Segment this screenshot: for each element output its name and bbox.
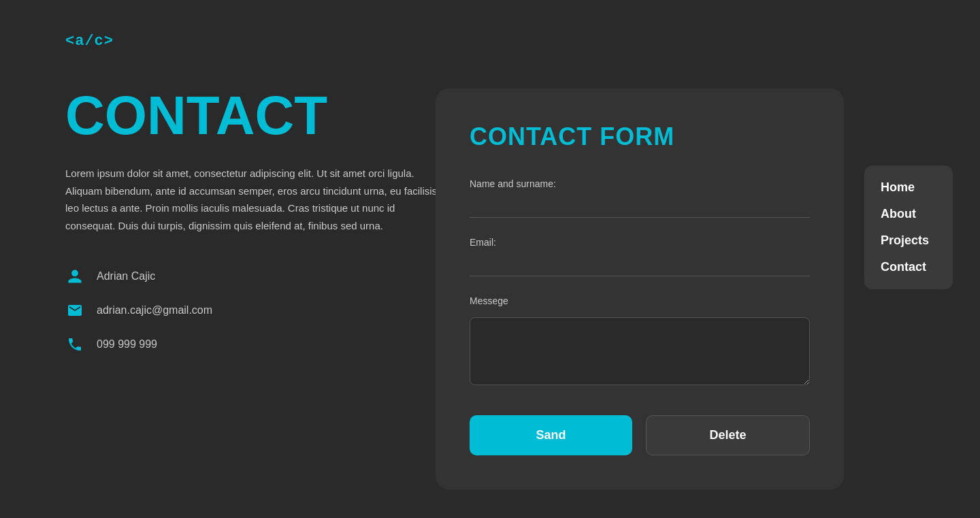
form-title: CONTACT FORM (470, 123, 810, 151)
contact-name-text: Adrian Cajic (97, 270, 155, 282)
name-field-group: Name and surname: (470, 178, 810, 218)
contact-info: Adrian Cajic adrian.cajic@gmail.com 099 … (65, 267, 446, 354)
email-input[interactable] (470, 253, 810, 276)
logo: <a/c> (65, 33, 114, 50)
send-button[interactable]: Sand (470, 415, 632, 455)
contact-email-text: adrian.cajic@gmail.com (97, 304, 212, 317)
form-buttons: Sand Delete (470, 415, 810, 455)
message-field-group: Messege (470, 295, 810, 388)
message-label: Messege (470, 295, 810, 306)
message-textarea[interactable] (470, 317, 810, 385)
nav-item-about[interactable]: About (881, 204, 936, 224)
person-icon (65, 267, 84, 286)
description-text: Lorem ipsum dolor sit amet, consectetur … (65, 165, 446, 234)
nav-item-contact[interactable]: Contact (881, 257, 936, 277)
delete-button[interactable]: Delete (646, 415, 810, 455)
page-title: CONTACT (65, 88, 446, 143)
contact-item-phone: 099 999 999 (65, 335, 446, 354)
nav-menu: Home About Projects Contact (864, 165, 953, 289)
contact-item-email: adrian.cajic@gmail.com (65, 301, 446, 320)
email-field-group: Email: (470, 237, 810, 276)
contact-phone-text: 099 999 999 (97, 338, 157, 351)
name-label: Name and surname: (470, 178, 810, 189)
email-icon (65, 301, 84, 320)
form-card: CONTACT FORM Name and surname: Email: Me… (436, 88, 844, 489)
nav-item-home[interactable]: Home (881, 178, 936, 197)
contact-item-name: Adrian Cajic (65, 267, 446, 286)
nav-item-projects[interactable]: Projects (881, 231, 936, 250)
email-label: Email: (470, 237, 810, 248)
left-section: CONTACT Lorem ipsum dolor sit amet, cons… (65, 88, 446, 354)
phone-icon (65, 335, 84, 354)
name-input[interactable] (470, 195, 810, 218)
